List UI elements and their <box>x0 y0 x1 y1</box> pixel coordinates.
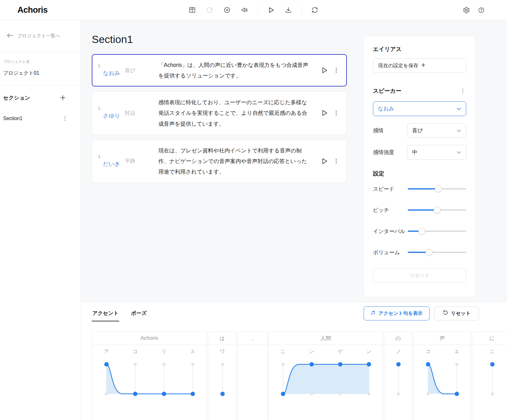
row-text[interactable]: 感情表現に特化しており、ユーザーのニーズに応じた多様な発話スタイルを実現すること… <box>158 97 311 129</box>
pause-icon[interactable] <box>222 5 232 15</box>
row-menu-button[interactable] <box>332 107 341 119</box>
svg-text:ン: ン <box>366 349 371 354</box>
volume-icon[interactable] <box>239 5 250 15</box>
intensity-label: 感情強度 <box>373 149 394 156</box>
back-to-projects-link[interactable]: プロジェクト一覧へ <box>0 20 81 52</box>
utterance-row[interactable]: 2.さゆり対話感情表現に特化しており、ユーザーのニーズに応じた多様な発話スタイル… <box>92 91 347 134</box>
pitch-dot <box>309 362 314 366</box>
sidebar: プロジェクト一覧へ プロジェクト名 プロジェクト01 セクション Section… <box>0 20 81 420</box>
emotion-label: 感情 <box>373 127 384 134</box>
slider[interactable] <box>408 228 466 235</box>
plus-icon <box>421 63 426 68</box>
speaker-menu-button[interactable] <box>459 85 466 96</box>
refresh-icon[interactable] <box>309 5 320 15</box>
pitch-chart[interactable]: ニンゲン <box>269 345 383 419</box>
slider-thumb[interactable] <box>434 207 440 213</box>
row-text[interactable]: 「Achoris」は、人間の声に近い豊かな表現力をもつ合成音声を提供するソリュー… <box>158 60 311 81</box>
row-play-button[interactable] <box>318 155 331 167</box>
intensity-select-value: 中 <box>412 149 417 156</box>
reset-icon <box>443 310 448 317</box>
accent-segment: はワ <box>208 331 237 420</box>
row-play-button[interactable] <box>318 64 331 77</box>
segment-word: 人間 <box>269 332 383 345</box>
row-emotion[interactable]: 喜び <box>125 67 144 74</box>
editor-reset-button[interactable]: リセット <box>434 306 479 320</box>
panel-reset-button[interactable]: リセット <box>373 268 466 283</box>
sidebar-item-section1[interactable]: Section1 <box>3 113 81 124</box>
row-speaker[interactable]: だいき <box>103 160 125 168</box>
tab-accent[interactable]: アクセント <box>92 310 119 317</box>
editor-tabs: アクセント ポーズ <box>92 310 147 317</box>
save-preset-button[interactable]: 現在の設定を保存 <box>373 58 466 73</box>
slider[interactable] <box>408 207 466 213</box>
row-text[interactable]: 現在は、プレゼン資料や社内イベントで利用する音声の制作、ナビゲーションでの音声案… <box>158 145 311 177</box>
alias-title: エイリアス <box>373 45 466 53</box>
slider-thumb[interactable] <box>435 185 442 192</box>
editor-reset-label: リセット <box>451 310 471 317</box>
segment-chart[interactable]: コエ <box>414 345 471 420</box>
script-view-icon[interactable] <box>187 5 198 15</box>
accent-segment: のノ <box>384 331 412 420</box>
pitch-chart[interactable]: コエ <box>414 345 471 419</box>
slider[interactable] <box>408 185 466 192</box>
svg-text:ン: ン <box>309 349 314 354</box>
tempo-gauge-icon[interactable] <box>204 5 215 15</box>
accent-segment-row: Achorisアコリスはワ,人間ニンゲンのノ声コエにニ <box>81 331 507 420</box>
row-number: 3. <box>98 155 125 159</box>
segment-chart[interactable]: ワ <box>208 345 236 420</box>
pitch-chart[interactable]: ノ <box>384 345 412 419</box>
speaker-select[interactable]: なおみ <box>373 101 466 116</box>
svg-text:コ: コ <box>426 349 430 354</box>
row-speaker[interactable]: さゆり <box>103 112 125 119</box>
pitch-chart[interactable]: ワ <box>208 345 236 419</box>
pitch-dot <box>396 362 401 366</box>
row-menu-button[interactable] <box>332 156 341 167</box>
row-emotion[interactable]: 対話 <box>125 110 144 117</box>
segment-chart[interactable]: ノ <box>384 345 412 420</box>
row-emotion[interactable]: 平静 <box>125 157 144 165</box>
pitch-dot <box>221 392 225 396</box>
tab-pause[interactable]: ポーズ <box>130 310 147 317</box>
row-number: 1. <box>98 64 125 68</box>
row-play-button[interactable] <box>318 107 331 119</box>
section-menu-button[interactable] <box>62 113 68 124</box>
setting-slider-row: ピッチ <box>373 207 466 213</box>
intensity-select[interactable]: 中 <box>407 145 466 160</box>
segment-chart[interactable]: アコリス <box>92 345 207 420</box>
slider-label: ピッチ <box>373 207 389 214</box>
section-item-label: Section1 <box>3 116 22 121</box>
row-speaker[interactable]: なおみ <box>103 69 125 77</box>
download-icon[interactable] <box>283 5 294 15</box>
save-preset-label: 現在の設定を保存 <box>378 63 418 69</box>
slider-thumb[interactable] <box>418 228 425 235</box>
play-icon[interactable] <box>266 5 276 15</box>
row-menu-button[interactable] <box>332 65 341 76</box>
back-arrow-icon <box>7 33 13 39</box>
top-bar: Achoris <box>0 0 507 20</box>
slider[interactable] <box>408 249 466 256</box>
pitch-dot <box>191 392 195 396</box>
accent-editor: アクセント ポーズ アクセント句を表示 リセット <box>81 302 507 420</box>
add-section-button[interactable] <box>59 94 67 102</box>
segment-chart[interactable] <box>238 345 267 420</box>
utterance-row[interactable]: 3.だいき平静現在は、プレゼン資料や社内イベントで利用する音声の制作、ナビゲーシ… <box>92 140 347 183</box>
svg-text:コ: コ <box>133 349 138 354</box>
segment-chart[interactable]: ニ <box>472 345 507 420</box>
segment-chart[interactable]: ニンゲン <box>269 345 383 420</box>
utterance-row[interactable]: 1.なおみ喜び「Achoris」は、人間の声に近い豊かな表現力をもつ合成音声を提… <box>92 54 347 86</box>
emotion-select[interactable]: 喜び <box>407 123 466 138</box>
svg-text:エ: エ <box>454 349 459 354</box>
pitch-dot <box>162 392 166 396</box>
slider-thumb[interactable] <box>426 249 432 256</box>
pitch-chart[interactable]: アコリス <box>92 345 207 419</box>
help-icon[interactable] <box>476 5 486 15</box>
svg-text:ア: ア <box>104 349 109 354</box>
segment-word: の <box>384 332 412 345</box>
pitch-chart[interactable]: ニ <box>472 345 507 419</box>
segment-word: Achoris <box>92 332 207 345</box>
show-accent-phrase-label: アクセント句を表示 <box>379 310 423 317</box>
pitch-chart[interactable] <box>238 345 267 419</box>
show-accent-phrase-button[interactable]: アクセント句を表示 <box>364 306 430 320</box>
settings-gear-icon[interactable] <box>461 5 472 15</box>
slider-label: インターバル <box>373 228 405 235</box>
